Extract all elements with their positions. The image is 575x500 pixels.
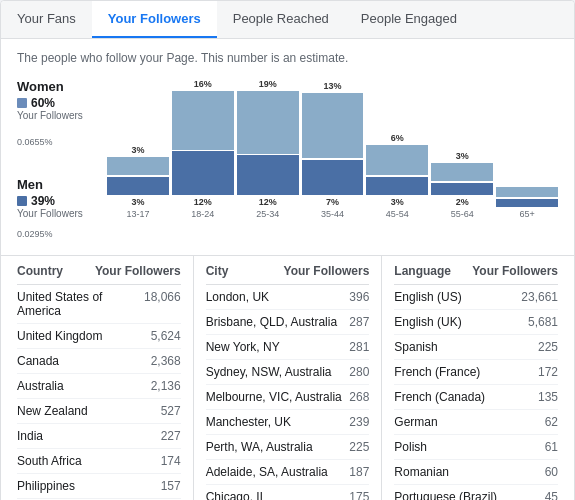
table-cell-name: English (US) [394, 290, 461, 304]
bar-group-65+: 65+ [496, 79, 558, 219]
bar-women-45-54 [366, 145, 428, 175]
table-cell-value: 5,681 [528, 315, 558, 329]
chart-area: Women 60% Your Followers 0.0655% Men 39% [17, 79, 558, 239]
age-label-55-64: 55-64 [451, 209, 474, 219]
table-cell-value: 174 [161, 454, 181, 468]
bar-men-25-34 [237, 155, 299, 195]
lang-col1: Language [394, 264, 451, 278]
table-cell-name: Adelaide, SA, Australia [206, 465, 328, 479]
table-row: South Africa174 [17, 449, 181, 474]
table-row: Chicago, IL175 [206, 485, 370, 500]
table-cell-name: India [17, 429, 43, 443]
bar-group-35-44: 13%7%35-44 [302, 79, 364, 219]
table-row: New York, NY281 [206, 335, 370, 360]
age-label-25-34: 25-34 [256, 209, 279, 219]
bar-men-18-24 [172, 151, 234, 195]
table-row: Romanian60 [394, 460, 558, 485]
table-row: United Kingdom5,624 [17, 324, 181, 349]
bar-women-18-24 [172, 91, 234, 150]
table-row: French (France)172 [394, 360, 558, 385]
table-row: Spanish225 [394, 335, 558, 360]
bar-women-25-34 [237, 91, 299, 154]
table-row: Adelaide, SA, Australia187 [206, 460, 370, 485]
table-row: Sydney, NSW, Australia280 [206, 360, 370, 385]
tab-people-reached[interactable]: People Reached [217, 1, 345, 38]
bar-group-45-54: 6%3%45-54 [366, 79, 428, 219]
table-cell-value: 281 [349, 340, 369, 354]
table-cell-value: 187 [349, 465, 369, 479]
men-pct-label-45-54: 3% [391, 197, 404, 207]
age-label-65+: 65+ [519, 209, 534, 219]
men-pct-label-25-34: 12% [259, 197, 277, 207]
women-inline-pct: 0.0655% [17, 137, 99, 147]
table-cell-value: 172 [538, 365, 558, 379]
table-cell-name: Melbourne, VIC, Australia [206, 390, 342, 404]
women-dot [17, 98, 27, 108]
men-pct-label-55-64: 2% [456, 197, 469, 207]
women-label: Women [17, 79, 99, 94]
women-pct-label-55-64: 3% [456, 151, 469, 161]
tab-your-fans[interactable]: Your Fans [1, 1, 92, 38]
table-row: United States of America18,066 [17, 285, 181, 324]
table-cell-name: New Zealand [17, 404, 88, 418]
bar-group-13-17: 3%3%13-17 [107, 79, 169, 219]
tab-people-engaged[interactable]: People Engaged [345, 1, 473, 38]
table-cell-value: 239 [349, 415, 369, 429]
city-col1: City [206, 264, 229, 278]
table-cell-name: South Africa [17, 454, 82, 468]
bar-men-65+ [496, 199, 558, 207]
table-row: English (US)23,661 [394, 285, 558, 310]
table-cell-value: 175 [349, 490, 369, 500]
table-row: Philippines157 [17, 474, 181, 499]
age-label-45-54: 45-54 [386, 209, 409, 219]
men-inline-pct: 0.0295% [17, 229, 99, 239]
age-label-13-17: 13-17 [126, 209, 149, 219]
bar-men-35-44 [302, 160, 364, 195]
country-col1: Country [17, 264, 63, 278]
bar-women-13-17 [107, 157, 169, 175]
table-cell-value: 527 [161, 404, 181, 418]
table-cell-name: Spanish [394, 340, 437, 354]
table-cell-name: English (UK) [394, 315, 461, 329]
table-row: Polish61 [394, 435, 558, 460]
table-cell-name: United Kingdom [17, 329, 102, 343]
country-col2: Your Followers [95, 264, 181, 278]
table-cell-value: 60 [545, 465, 558, 479]
table-cell-value: 396 [349, 290, 369, 304]
women-pct-label-35-44: 13% [324, 81, 342, 91]
table-cell-name: German [394, 415, 437, 429]
table-cell-value: 225 [349, 440, 369, 454]
men-sub: Your Followers [17, 208, 99, 219]
table-row: Melbourne, VIC, Australia268 [206, 385, 370, 410]
table-cell-value: 225 [538, 340, 558, 354]
table-cell-value: 157 [161, 479, 181, 493]
tables-section: Country Your Followers United States of … [1, 255, 574, 500]
table-cell-value: 5,624 [151, 329, 181, 343]
table-cell-name: Perth, WA, Australia [206, 440, 313, 454]
table-cell-name: Chicago, IL [206, 490, 267, 500]
table-cell-value: 18,066 [144, 290, 181, 318]
men-pct-label-13-17: 3% [131, 197, 144, 207]
table-row: Manchester, UK239 [206, 410, 370, 435]
men-label: Men [17, 177, 99, 192]
table-cell-value: 280 [349, 365, 369, 379]
women-pct-label-13-17: 3% [131, 145, 144, 155]
table-row: French (Canada)135 [394, 385, 558, 410]
age-label-18-24: 18-24 [191, 209, 214, 219]
table-cell-name: Polish [394, 440, 427, 454]
women-pct-label-18-24: 16% [194, 79, 212, 89]
table-cell-value: 61 [545, 440, 558, 454]
table-cell-name: Philippines [17, 479, 75, 493]
bar-group-18-24: 16%12%18-24 [172, 79, 234, 219]
table-row: Portuguese (Brazil)45 [394, 485, 558, 500]
table-row: German62 [394, 410, 558, 435]
table-cell-name: London, UK [206, 290, 269, 304]
table-row: Perth, WA, Australia225 [206, 435, 370, 460]
women-sub: Your Followers [17, 110, 99, 121]
table-cell-value: 62 [545, 415, 558, 429]
language-table: Language Your Followers English (US)23,6… [394, 256, 558, 500]
tab-your-followers[interactable]: Your Followers [92, 1, 217, 38]
table-row: India227 [17, 424, 181, 449]
age-label-35-44: 35-44 [321, 209, 344, 219]
table-cell-value: 287 [349, 315, 369, 329]
